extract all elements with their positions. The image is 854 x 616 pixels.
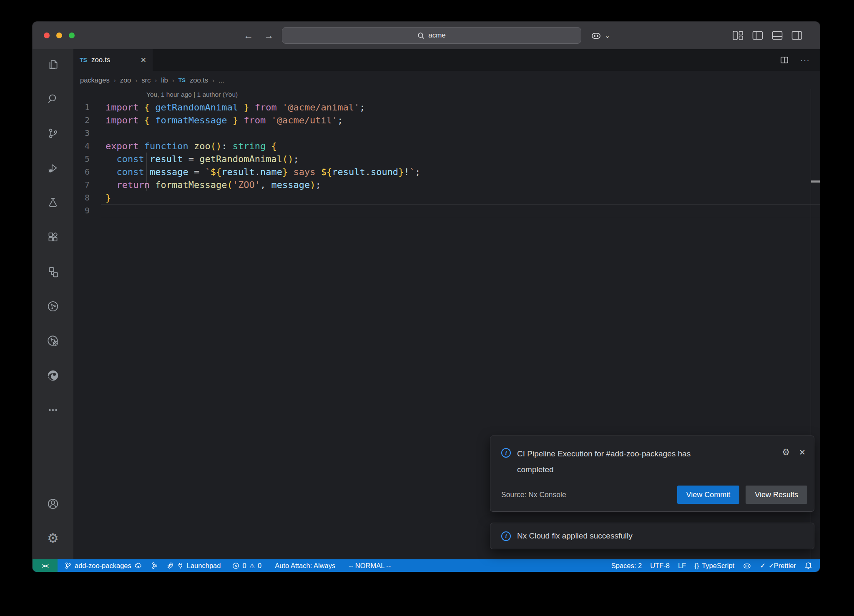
customize-layout-icon[interactable] (733, 31, 743, 40)
toggle-primary-sidebar-icon[interactable] (752, 31, 763, 40)
nx-cloud-icon[interactable] (43, 331, 63, 351)
check-icon: ✓ (769, 562, 774, 570)
remote-explorer-icon[interactable] (43, 262, 63, 282)
cloud-upload-icon (134, 562, 142, 569)
code-line-1[interactable]: 1import { getRandomAnimal } from '@acme/… (73, 101, 820, 114)
line-number[interactable]: 5 (73, 153, 105, 165)
line-number[interactable]: 6 (73, 165, 105, 178)
git-graph-icon (151, 562, 158, 569)
more-actions-icon[interactable]: ··· (800, 55, 810, 65)
command-center-search[interactable]: acme (282, 27, 581, 44)
vim-mode-item[interactable]: -- NORMAL -- (344, 559, 395, 572)
nx-console-icon[interactable] (43, 296, 63, 316)
breadcrumb-separator-icon: › (172, 77, 174, 84)
source-control-icon[interactable] (43, 123, 63, 143)
split-editor-icon[interactable] (779, 55, 789, 65)
git-graph-item[interactable] (146, 559, 162, 572)
code-line-5[interactable]: 5 const result = getRandomAnimal(); (73, 153, 820, 165)
line-number[interactable]: 8 (73, 191, 105, 204)
copilot-status-item[interactable] (738, 559, 756, 572)
window-controls (44, 22, 75, 49)
copilot-menu[interactable]: ⌄ (590, 22, 610, 49)
status-bar: >< add-zoo-packages Launchpad 0 ⚠ 0 (33, 559, 820, 572)
problems-item[interactable]: 0 ⚠ 0 (228, 559, 266, 572)
notification-panel: i CI Pipeline Execution for #add-zoo-pac… (490, 436, 814, 512)
code-line-3[interactable]: 3 (73, 127, 820, 140)
launchpad-item[interactable]: Launchpad (162, 559, 225, 572)
rocket-icon (166, 562, 174, 569)
plug-icon (177, 562, 184, 569)
code-line-6[interactable]: 6 const message = `${result.name} says $… (73, 165, 820, 178)
line-number[interactable]: 2 (73, 114, 105, 127)
typescript-file-icon: TS (80, 57, 87, 63)
line-number[interactable]: 7 (73, 178, 105, 191)
notification-close-icon[interactable]: ✕ (799, 448, 806, 457)
language-item[interactable]: {} TypeScript (690, 559, 738, 572)
breadcrumb-item-file[interactable]: zoo.ts (190, 76, 208, 84)
run-and-debug-icon[interactable] (43, 158, 63, 178)
indentation-item[interactable]: Spaces: 2 (607, 559, 646, 572)
accounts-icon[interactable] (43, 494, 63, 514)
chevron-down-icon: ⌄ (605, 32, 610, 40)
tab-zoo-ts[interactable]: TS zoo.ts ✕ (73, 49, 153, 71)
line-number[interactable]: 9 (73, 204, 105, 217)
view-results-button[interactable]: View Results (746, 486, 807, 504)
extensions-icon[interactable] (43, 227, 63, 247)
line-number[interactable]: 4 (73, 140, 105, 153)
eol-item[interactable]: LF (674, 559, 690, 572)
overview-ruler-marker (811, 180, 820, 183)
notifications-bell-item[interactable] (800, 559, 816, 572)
encoding-item[interactable]: UTF-8 (646, 559, 674, 572)
forward-icon[interactable]: → (264, 30, 274, 41)
warning-icon: ⚠ (249, 563, 255, 569)
close-window-button[interactable] (44, 33, 50, 38)
settings-gear-icon[interactable]: ⚙ (43, 528, 63, 548)
code-text: const message = `${result.name} says ${r… (105, 165, 820, 178)
typescript-file-icon: TS (178, 77, 186, 83)
error-icon (232, 562, 239, 569)
code-line-9[interactable]: 9 (73, 204, 820, 217)
line-number[interactable]: 1 (73, 101, 105, 114)
remote-indicator[interactable]: >< (33, 559, 58, 572)
search-view-icon[interactable] (43, 89, 63, 109)
code-text: const result = getRandomAnimal(); (105, 153, 820, 165)
activity-bar: ⚙ (33, 49, 73, 559)
zoom-window-button[interactable] (69, 33, 75, 38)
notification-settings-icon[interactable]: ⚙ (782, 447, 790, 457)
history-nav: ← → (244, 22, 274, 49)
copilot-icon (743, 561, 751, 570)
back-icon[interactable]: ← (244, 30, 253, 41)
minimize-window-button[interactable] (56, 33, 62, 38)
line-number[interactable]: 3 (73, 127, 105, 140)
code-line-7[interactable]: 7 return formatMessage('ZOO', message); (73, 178, 820, 191)
notification-source: Source: Nx Console (501, 491, 566, 499)
formatter-item[interactable]: ✓✓ Prettier (756, 559, 800, 572)
language-label: TypeScript (702, 562, 734, 570)
additional-views-icon[interactable] (43, 400, 63, 420)
auto-attach-item[interactable]: Auto Attach: Always (271, 559, 339, 572)
testing-icon[interactable] (43, 193, 63, 213)
code-line-8[interactable]: 8} (73, 191, 820, 204)
view-commit-button[interactable]: View Commit (677, 486, 740, 504)
edge-devtools-icon[interactable] (43, 366, 63, 386)
toggle-panel-icon[interactable] (772, 31, 783, 40)
code-line-4[interactable]: 4export function zoo(): string { (73, 140, 820, 153)
breadcrumb-item-src[interactable]: src (141, 76, 151, 84)
braces-icon: {} (694, 562, 699, 570)
vscode-window: ← → acme ⌄ (33, 22, 820, 572)
explorer-icon[interactable] (43, 54, 63, 74)
copilot-icon (590, 30, 602, 41)
editor-actions: ··· (779, 49, 820, 71)
close-tab-icon[interactable]: ✕ (141, 56, 146, 65)
breadcrumb-separator-icon: › (135, 77, 137, 84)
git-branch-item[interactable]: add-zoo-packages (60, 559, 146, 572)
toggle-secondary-sidebar-icon[interactable] (791, 31, 802, 40)
breadcrumb-item-lib[interactable]: lib (161, 76, 168, 84)
git-branch-icon (64, 562, 72, 569)
code-line-2[interactable]: 2import { formatMessage } from '@acme/ut… (73, 114, 820, 127)
breadcrumb-item-more[interactable]: ... (219, 76, 224, 84)
notification-toast: i Nx Cloud fix applied successfully (490, 523, 814, 549)
breadcrumb-item-packages[interactable]: packages (80, 76, 110, 84)
info-icon: i (501, 448, 511, 458)
breadcrumb-item-zoo[interactable]: zoo (120, 76, 131, 84)
